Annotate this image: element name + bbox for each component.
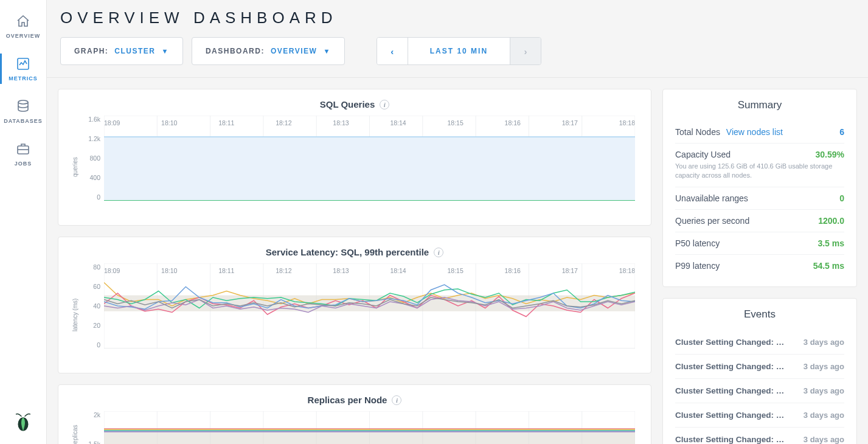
graph-selector-key: GRAPH:: [74, 47, 108, 55]
svg-marker-17: [104, 137, 635, 201]
event-label: Cluster Setting Changed: U…: [675, 362, 785, 371]
event-label: Cluster Setting Changed: U…: [675, 435, 785, 444]
time-next-button: ›: [510, 38, 541, 64]
toolbar: GRAPH: CLUSTER ▼ DASHBOARD: OVERVIEW ▼ ‹…: [47, 31, 868, 78]
database-icon: [15, 99, 31, 114]
event-label: Cluster Setting Changed: U…: [675, 386, 785, 395]
graph-selector-value: CLUSTER: [114, 47, 155, 55]
y-axis-label: replicas: [69, 411, 78, 444]
sidebar-item-jobs[interactable]: JOBS: [0, 133, 47, 175]
home-icon: [15, 13, 31, 29]
y-ticks: 2k1.5k: [78, 411, 100, 444]
cockroach-logo-icon: [13, 412, 33, 432]
ytick: 40: [78, 302, 100, 310]
y-axis-label: latency (ms): [69, 263, 78, 367]
chart-panel-sql_queries: SQL Queries i queries 1.6k1.2k8004000 18…: [58, 89, 651, 226]
stat-label: P99 latency: [675, 261, 720, 271]
sidebar: OVERVIEW METRICS DATABASES JOBS: [0, 0, 47, 444]
caret-down-icon: ▼: [323, 47, 330, 55]
sidebar-logo: [13, 412, 33, 444]
chart-title: Replicas per Node i: [69, 395, 640, 405]
y-axis-label: queries: [69, 116, 78, 219]
ytick: 20: [78, 322, 100, 329]
event-label: Cluster Setting Changed: U…: [675, 338, 785, 347]
event-row[interactable]: Cluster Setting Changed: U…3 days ago: [675, 428, 844, 444]
ytick: 1.5k: [78, 440, 100, 444]
ytick: 800: [78, 154, 100, 162]
sidebar-item-label: JOBS: [15, 161, 32, 167]
stat-value: 3.5 ms: [818, 238, 844, 248]
sidebar-item-label: DATABASES: [4, 118, 43, 124]
ytick: 400: [78, 174, 100, 181]
stat-p50: P50 latency 3.5 ms: [675, 232, 844, 255]
svg-point-1: [18, 100, 28, 104]
stat-value: 0: [839, 193, 844, 203]
side-column: Summary Total Nodes View nodes list 6 Ca…: [662, 89, 857, 444]
event-row[interactable]: Cluster Setting Changed: U…3 days ago: [675, 403, 844, 428]
stat-value: 30.59%: [816, 150, 844, 159]
chart-icon: [15, 56, 31, 72]
chart-title: Service Latency: SQL, 99th percentile i: [69, 247, 640, 257]
stat-label: P50 latency: [675, 238, 720, 248]
stat-label: Unavailable ranges: [675, 193, 748, 203]
sidebar-item-label: METRICS: [9, 75, 38, 82]
sidebar-item-overview[interactable]: OVERVIEW: [0, 5, 47, 47]
y-ticks: 1.6k1.2k8004000: [78, 116, 100, 201]
dashboard-selector[interactable]: DASHBOARD: OVERVIEW ▼: [192, 37, 345, 65]
briefcase-icon: [15, 141, 31, 157]
ytick: 0: [78, 193, 100, 201]
stat-capacity-used: Capacity Used 30.59% You are using 125.6…: [675, 144, 844, 187]
stat-desc: You are using 125.6 GiB of 410.6 GiB usa…: [675, 162, 844, 181]
chart-plot: [104, 411, 635, 444]
stat-unavailable-ranges: Unavailable ranges 0: [675, 187, 844, 210]
stat-p99: P99 latency 54.5 ms: [675, 255, 844, 277]
stat-qps: Queries per second 1200.0: [675, 210, 844, 232]
stat-label: Capacity Used: [675, 150, 816, 159]
ytick: 80: [78, 263, 100, 271]
charts-column: SQL Queries i queries 1.6k1.2k8004000 18…: [58, 89, 651, 444]
sidebar-item-metrics[interactable]: METRICS: [0, 47, 47, 90]
summary-panel: Summary Total Nodes View nodes list 6 Ca…: [662, 89, 857, 287]
info-icon[interactable]: i: [392, 395, 401, 405]
chart-panel-service_latency: Service Latency: SQL, 99th percentile i …: [58, 237, 651, 373]
stat-label: Total Nodes: [675, 127, 720, 137]
stat-value: 1200.0: [818, 216, 844, 226]
time-prev-button[interactable]: ‹: [377, 38, 408, 64]
dashboard-selector-value: OVERVIEW: [271, 47, 317, 55]
stat-label: Queries per second: [675, 216, 749, 226]
event-ago: 3 days ago: [804, 411, 844, 420]
stat-total-nodes: Total Nodes View nodes list 6: [675, 121, 844, 144]
info-icon[interactable]: i: [434, 248, 443, 257]
graph-selector[interactable]: GRAPH: CLUSTER ▼: [60, 37, 183, 65]
chart-plot: [104, 116, 635, 201]
page-title: OVERVIEW DASHBOARD: [47, 0, 868, 31]
info-icon[interactable]: i: [380, 100, 389, 109]
main-content: OVERVIEW DASHBOARD GRAPH: CLUSTER ▼ DASH…: [47, 0, 868, 444]
events-panel: Events Cluster Setting Changed: U…3 days…: [662, 298, 857, 444]
dashboard-selector-key: DASHBOARD:: [206, 47, 265, 55]
view-nodes-link[interactable]: View nodes list: [726, 127, 783, 137]
time-range-label[interactable]: LAST 10 MIN: [408, 38, 510, 64]
sidebar-item-databases[interactable]: DATABASES: [0, 90, 47, 133]
chart-title: SQL Queries i: [69, 99, 640, 109]
time-range-selector: ‹ LAST 10 MIN ›: [377, 37, 541, 65]
event-row[interactable]: Cluster Setting Changed: U…3 days ago: [675, 355, 844, 379]
event-ago: 3 days ago: [804, 435, 844, 444]
event-ago: 3 days ago: [804, 386, 844, 395]
ytick: 2k: [78, 411, 100, 418]
chart-panel-replicas: Replicas per Node i replicas 2k1.5k: [58, 384, 651, 444]
caret-down-icon: ▼: [162, 47, 169, 55]
event-row[interactable]: Cluster Setting Changed: U…3 days ago: [675, 379, 844, 403]
stat-value: 54.5 ms: [813, 261, 844, 271]
events-title: Events: [675, 308, 844, 321]
event-ago: 3 days ago: [804, 338, 844, 347]
summary-title: Summary: [675, 99, 844, 111]
events-list: Cluster Setting Changed: U…3 days agoClu…: [675, 330, 844, 444]
ytick: 60: [78, 283, 100, 290]
event-label: Cluster Setting Changed: U…: [675, 411, 785, 420]
ytick: 0: [78, 341, 100, 349]
ytick: 1.6k: [78, 116, 100, 123]
stat-value: 6: [839, 127, 844, 137]
event-row[interactable]: Cluster Setting Changed: U…3 days ago: [675, 330, 844, 355]
ytick: 1.2k: [78, 135, 100, 142]
